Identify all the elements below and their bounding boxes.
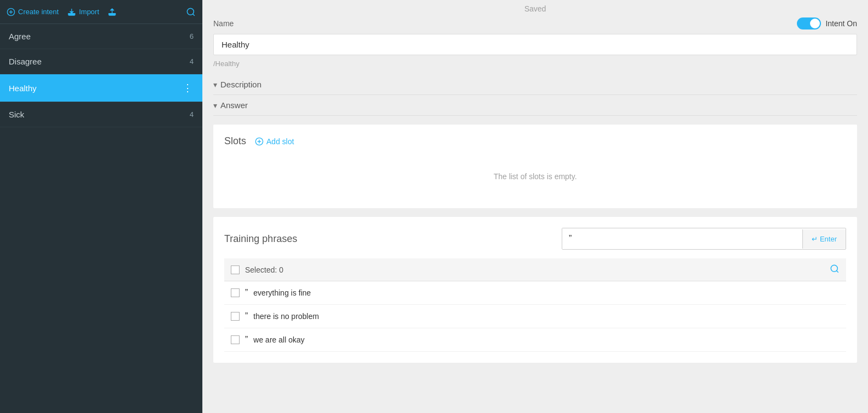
name-input[interactable] [213,34,857,55]
name-row: Name Intent On [213,17,857,30]
slots-header: Slots Add slot [224,135,846,147]
slots-card: Slots Add slot The list of slots is empt… [213,125,857,208]
phrase-checkbox[interactable] [231,288,240,297]
sidebar: Create intent Import Agree 6 Disagree 4 … [0,0,202,413]
chevron-down-icon: ▾ [213,101,217,110]
selected-count: Selected: 0 [245,266,830,274]
selected-row: Selected: 0 [224,258,846,281]
import-button[interactable]: Import [67,8,99,16]
phrase-checkbox[interactable] [231,312,240,321]
svg-point-10 [831,265,837,272]
name-label: Name [213,19,234,28]
plus-circle-icon [7,8,15,16]
svg-line-11 [836,270,838,272]
search-icon [186,7,196,17]
phrase-input[interactable] [578,229,802,249]
phrase-input-row: ” ↵ Enter [562,228,846,250]
intent-toggle-row: Intent On [797,17,857,30]
intent-on-toggle[interactable] [797,17,821,30]
phrase-search-button[interactable] [830,264,840,275]
sidebar-toolbar: Create intent Import [0,0,202,24]
sidebar-item-agree[interactable]: Agree 6 [0,24,202,49]
phrase-quote-icon: ” [245,288,248,298]
enter-button[interactable]: ↵ Enter [802,229,846,249]
create-intent-button[interactable]: Create intent [7,8,59,16]
phrase-text: we are all okay [253,335,304,344]
slots-title: Slots [224,135,246,147]
path-label: /Healthy [213,60,857,68]
slots-empty-label: The list of slots is empty. [224,156,846,197]
main-content: Saved Name Intent On /Healthy ▾ Descript… [202,0,868,413]
saved-status: Saved [202,0,868,17]
phrase-checkbox[interactable] [231,335,240,344]
answer-collapse[interactable]: ▾ Answer [213,95,857,116]
intent-list: Agree 6 Disagree 4 Healthy ⋮ Sick 4 [0,24,202,413]
chevron-down-icon: ▾ [213,80,217,89]
add-slot-button[interactable]: Add slot [255,137,294,146]
sidebar-item-sick[interactable]: Sick 4 [0,102,202,127]
sidebar-item-disagree[interactable]: Disagree 4 [0,49,202,74]
phrase-row: ” there is no problem [224,305,846,328]
import-icon [67,8,76,16]
more-options-icon[interactable]: ⋮ [183,82,194,94]
phrase-text: everything is fine [253,288,311,297]
select-all-checkbox[interactable] [231,266,240,274]
enter-icon: ↵ [812,235,818,243]
phrase-quote-icon: ” [245,311,248,321]
training-title: Training phrases [224,233,555,245]
intent-on-label: Intent On [825,19,857,28]
search-button[interactable] [186,7,196,17]
quote-icon: ” [562,228,578,249]
sidebar-item-healthy[interactable]: Healthy ⋮ [0,74,202,102]
svg-point-5 [187,8,194,15]
phrase-quote-icon: ” [245,335,248,345]
export-icon [108,8,116,16]
svg-line-6 [193,14,194,15]
phrase-row: ” everything is fine [224,281,846,305]
intent-form: Name Intent On /Healthy ▾ Description ▾ … [202,17,868,382]
phrase-text: there is no problem [253,312,319,321]
training-header: Training phrases ” ↵ Enter [224,228,846,250]
training-card: Training phrases ” ↵ Enter Selected: 0 [213,217,857,363]
search-icon [830,264,840,274]
plus-circle-icon [255,137,264,146]
export-button[interactable] [108,8,116,16]
phrase-row: ” we are all okay [224,328,846,352]
description-collapse[interactable]: ▾ Description [213,74,857,95]
